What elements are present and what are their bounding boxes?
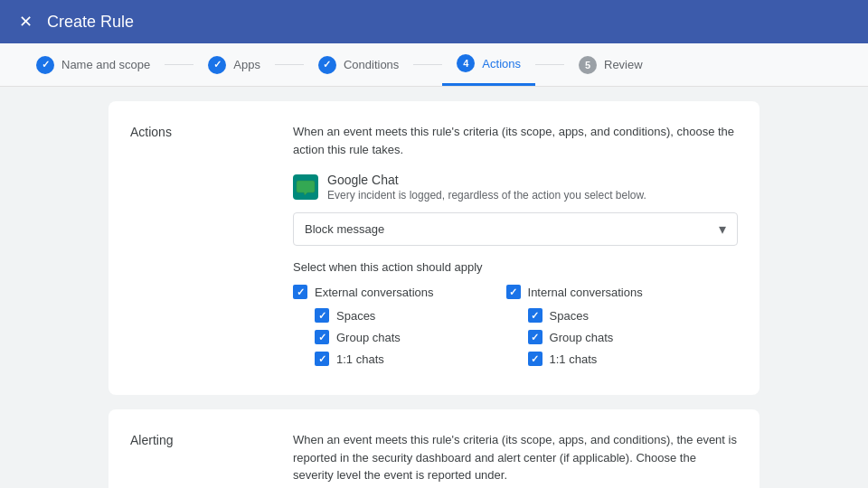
actions-content: When an event meets this rule's criteria… bbox=[293, 123, 738, 373]
check-icon: ✓ bbox=[531, 332, 539, 343]
step-label-2: Apps bbox=[233, 58, 260, 71]
step-label-5: Review bbox=[604, 58, 643, 71]
actions-card: Actions When an event meets this rule's … bbox=[108, 101, 760, 395]
check-icon: ✓ bbox=[297, 286, 305, 298]
int-oneonone-label: 1:1 chats bbox=[550, 352, 598, 366]
stepper: ✓ Name and scope ✓ Apps ✓ Conditions 4 A… bbox=[0, 43, 868, 87]
check-icon: ✓ bbox=[318, 353, 326, 365]
connector-2 bbox=[275, 64, 304, 65]
int-spaces-row: ✓ Spaces bbox=[528, 308, 643, 323]
actions-description: When an event meets this rule's criteria… bbox=[293, 123, 738, 158]
step-label-1: Name and scope bbox=[61, 58, 150, 71]
ext-spaces-label: Spaces bbox=[336, 309, 375, 323]
external-conversations-row: ✓ External conversations bbox=[293, 285, 434, 299]
connector-1 bbox=[165, 64, 193, 65]
step-actions[interactable]: 4 Actions bbox=[442, 43, 535, 86]
conversation-columns: ✓ External conversations ✓ Spaces ✓ bbox=[293, 285, 738, 373]
ext-spaces-row: ✓ Spaces bbox=[315, 308, 434, 323]
external-column: ✓ External conversations ✓ Spaces ✓ bbox=[293, 285, 434, 373]
alerting-content: When an event meets this rule's criteria… bbox=[293, 431, 738, 488]
app-info: Google Chat Every incident is logged, re… bbox=[327, 173, 646, 202]
ext-oneonone-label: 1:1 chats bbox=[336, 352, 384, 366]
google-chat-block: Google Chat Every incident is logged, re… bbox=[293, 173, 738, 202]
internal-conversations-row: ✓ Internal conversations bbox=[506, 285, 643, 299]
int-groupchats-label: Group chats bbox=[550, 331, 614, 344]
step-apps[interactable]: ✓ Apps bbox=[193, 43, 275, 86]
step-name-scope[interactable]: ✓ Name and scope bbox=[22, 43, 165, 86]
ext-groupchats-label: Group chats bbox=[336, 331, 401, 344]
google-chat-icon bbox=[293, 174, 318, 200]
step-circle-3: ✓ bbox=[318, 56, 336, 74]
step-circle-1: ✓ bbox=[36, 56, 54, 74]
dropdown-arrow-icon: ▾ bbox=[719, 221, 726, 238]
external-label: External conversations bbox=[315, 286, 434, 299]
apply-label: Select when this action should apply bbox=[293, 260, 738, 274]
check-icon: ✓ bbox=[531, 353, 539, 365]
internal-column: ✓ Internal conversations ✓ Spaces ✓ bbox=[506, 285, 643, 373]
block-message-dropdown[interactable]: Block message ▾ bbox=[293, 212, 738, 246]
step-label-4: Actions bbox=[482, 57, 521, 70]
step-conditions[interactable]: ✓ Conditions bbox=[304, 43, 413, 86]
check-icon: ✓ bbox=[318, 310, 326, 322]
step-circle-5: 5 bbox=[579, 56, 597, 74]
internal-checkbox[interactable]: ✓ bbox=[506, 285, 521, 299]
dropdown-value: Block message bbox=[305, 222, 384, 236]
step-circle-2: ✓ bbox=[208, 56, 226, 74]
connector-4 bbox=[535, 64, 564, 65]
ext-groupchats-checkbox[interactable]: ✓ bbox=[315, 330, 329, 344]
external-checkbox[interactable]: ✓ bbox=[293, 285, 307, 299]
actions-label: Actions bbox=[130, 123, 257, 373]
app-note: Every incident is logged, regardless of … bbox=[327, 189, 646, 202]
int-oneonone-checkbox[interactable]: ✓ bbox=[528, 352, 542, 366]
step-label-3: Conditions bbox=[344, 58, 399, 71]
step-review[interactable]: 5 Review bbox=[564, 43, 657, 86]
app-name: Google Chat bbox=[327, 173, 646, 187]
int-spaces-checkbox[interactable]: ✓ bbox=[528, 308, 542, 323]
alerting-description: When an event meets this rule's criteria… bbox=[293, 431, 738, 484]
ext-spaces-checkbox[interactable]: ✓ bbox=[315, 308, 329, 323]
alerting-label: Alerting bbox=[130, 431, 257, 488]
check-icon: ✓ bbox=[509, 286, 517, 298]
connector-3 bbox=[413, 64, 442, 65]
check-icon: ✓ bbox=[318, 332, 326, 343]
dialog-header: ✕ Create Rule bbox=[0, 0, 868, 43]
step-circle-4: 4 bbox=[457, 54, 475, 72]
main-content: Actions When an event meets this rule's … bbox=[0, 87, 868, 488]
int-groupchats-row: ✓ Group chats bbox=[528, 330, 643, 344]
int-spaces-label: Spaces bbox=[550, 309, 589, 323]
alerting-card: Alerting When an event meets this rule's… bbox=[108, 409, 760, 488]
ext-oneonone-row: ✓ 1:1 chats bbox=[315, 352, 434, 366]
close-button[interactable]: ✕ bbox=[14, 11, 36, 33]
int-groupchats-checkbox[interactable]: ✓ bbox=[528, 330, 542, 344]
dialog-title: Create Rule bbox=[47, 13, 134, 32]
internal-label: Internal conversations bbox=[528, 286, 643, 299]
check-icon: ✓ bbox=[531, 310, 539, 322]
int-oneonone-row: ✓ 1:1 chats bbox=[528, 352, 643, 366]
ext-groupchats-row: ✓ Group chats bbox=[315, 330, 434, 344]
ext-oneonone-checkbox[interactable]: ✓ bbox=[315, 352, 329, 366]
